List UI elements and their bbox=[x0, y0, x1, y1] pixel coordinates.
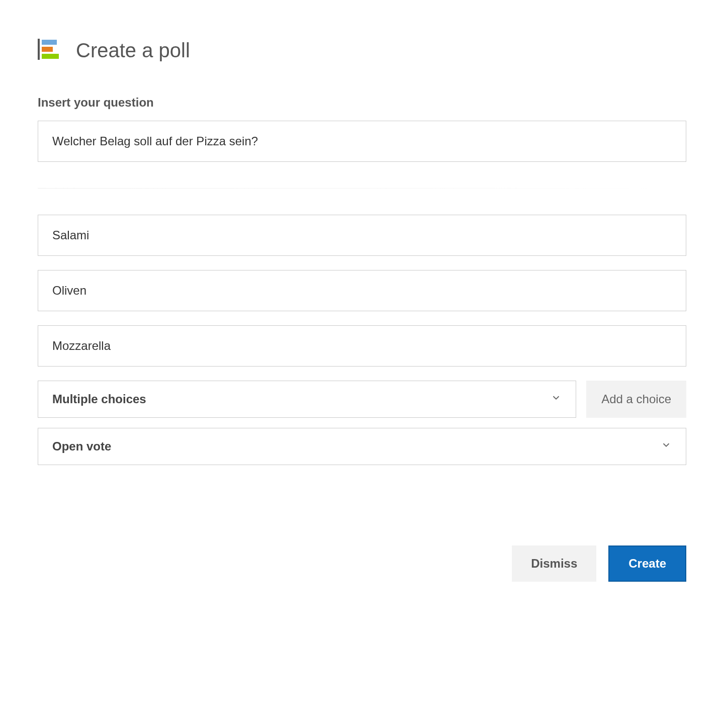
create-button[interactable]: Create bbox=[608, 545, 686, 582]
choice-mode-label: Multiple choices bbox=[52, 392, 146, 406]
question-label: Insert your question bbox=[38, 96, 686, 110]
choice-input-2[interactable] bbox=[38, 270, 686, 311]
add-choice-button[interactable]: Add a choice bbox=[586, 381, 686, 418]
chevron-down-icon bbox=[661, 439, 672, 453]
divider bbox=[38, 188, 686, 189]
vote-mode-dropdown[interactable]: Open vote bbox=[38, 428, 686, 465]
choice-controls-row: Multiple choices Add a choice bbox=[38, 381, 686, 418]
question-input[interactable] bbox=[38, 121, 686, 162]
chevron-down-icon bbox=[551, 392, 562, 406]
svg-rect-0 bbox=[38, 39, 40, 60]
choice-mode-dropdown[interactable]: Multiple choices bbox=[38, 381, 576, 418]
dismiss-button[interactable]: Dismiss bbox=[512, 545, 596, 582]
choice-input-3[interactable] bbox=[38, 325, 686, 367]
vote-mode-label: Open vote bbox=[52, 439, 111, 453]
svg-rect-2 bbox=[42, 47, 53, 52]
dialog-title: Create a poll bbox=[76, 39, 190, 62]
dialog-footer: Dismiss Create bbox=[38, 545, 686, 582]
svg-rect-1 bbox=[42, 40, 57, 45]
poll-icon bbox=[38, 38, 61, 63]
choice-input-1[interactable] bbox=[38, 215, 686, 256]
svg-rect-3 bbox=[42, 54, 59, 59]
dialog-header: Create a poll bbox=[38, 38, 686, 63]
